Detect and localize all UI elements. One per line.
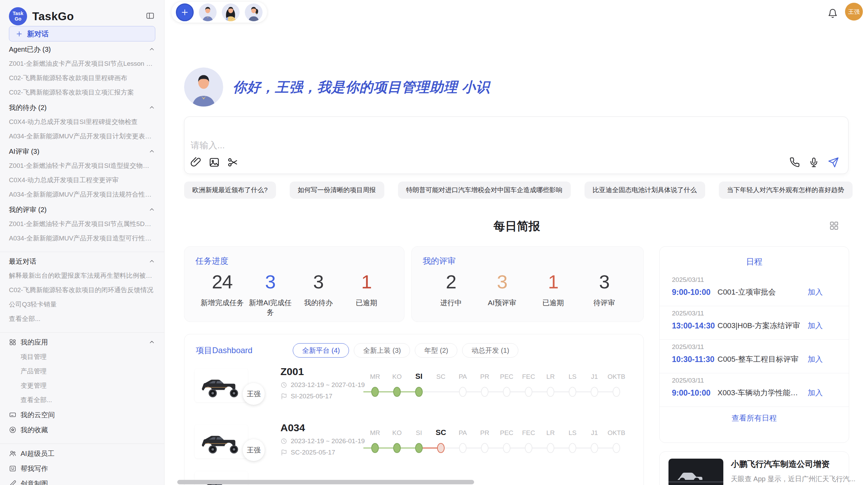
section-header[interactable]: 我的评审 (2): [9, 202, 155, 217]
horizontal-scrollbar-thumb[interactable]: [177, 480, 474, 484]
conversation-item[interactable]: Z001-全新燃油轻卡产品开发项目SI造型提交物评审: [9, 159, 155, 173]
metric-label: 已逾期: [342, 298, 390, 308]
event-time: 13:00-14:30: [672, 321, 718, 331]
dashboard-tabs: 全新平台 (4)全新上装 (3)年型 (2)动总开发 (1): [293, 343, 518, 358]
mic-icon[interactable]: [808, 157, 819, 168]
conversation-item[interactable]: 解释最新出台的欧盟报废车法规再生塑料比例被调至15%...: [9, 269, 155, 283]
project-row[interactable]: 王强A0342023-12-19 ~ 2026-01-19SC-2025-05-…: [184, 419, 643, 471]
new-chat-button[interactable]: 新对话: [9, 26, 155, 41]
clock-icon: [280, 438, 287, 445]
paperclip-icon[interactable]: [190, 157, 202, 168]
section-header[interactable]: Agent已办 (3): [9, 42, 155, 57]
sidebar-item-my-apps[interactable]: 我的应用: [9, 335, 155, 350]
event-date: 2025/03/11: [672, 343, 836, 351]
notification-bell-icon[interactable]: [828, 8, 838, 20]
event-name: C005-整车工程目标评审: [718, 354, 803, 364]
user-avatar[interactable]: 王强: [845, 3, 863, 21]
image-icon[interactable]: [208, 157, 220, 168]
conversation-item[interactable]: C0X4-动力总成开发项目工程变更评审: [9, 173, 155, 187]
news-content: 小鹏飞行汽车制造公司增资 天眼查 App 显示，近日广州汇天飞行汽...: [731, 459, 855, 485]
chevron-up-icon: [148, 148, 155, 155]
svg-text:LS: LS: [568, 373, 576, 380]
suggestion-chip[interactable]: 特朗普可能对进口汽车增税会对中国车企造成哪些影响: [398, 182, 571, 199]
metric: 2进行中: [425, 271, 477, 308]
session-avatar[interactable]: [222, 3, 240, 21]
svg-text:FEC: FEC: [522, 373, 535, 380]
greeting-block: 你好，王强，我是你的项目管理助理 小识: [184, 67, 490, 107]
schedule-card: 日程 2025/03/119:00-10:00C001-立项审批会加入2025/…: [659, 246, 849, 443]
view-all-schedule-link[interactable]: 查看所有日程: [660, 413, 849, 423]
dashboard-tab[interactable]: 全新上装 (3): [354, 343, 410, 358]
event-time: 9:00-10:00: [672, 388, 718, 398]
conversation-item[interactable]: C02-飞腾新能源轻客改款项目的闭环通告反馈情况: [9, 283, 155, 297]
phone-icon[interactable]: [789, 157, 800, 168]
flag-icon: [280, 449, 287, 456]
conversation-item[interactable]: C02-飞腾新能源轻客改款项目立项汇报方案: [9, 85, 155, 100]
conversation-item[interactable]: 公司Q3轻卡销量: [9, 297, 155, 312]
session-avatar[interactable]: [245, 3, 263, 21]
chevron-up-icon: [148, 258, 155, 265]
suggestion-chip[interactable]: 比亚迪全固态电池计划具体说了什么: [584, 182, 705, 199]
suggestion-chip[interactable]: 当下年轻人对汽车外观有怎样的喜好趋势: [719, 182, 853, 199]
conversation-item[interactable]: Z001-全新燃油皮卡产品开发项目SI节点Lesson Learn报告: [9, 57, 155, 71]
app-item[interactable]: 变更管理: [9, 378, 155, 393]
view-all-link[interactable]: 查看全部...: [9, 393, 155, 407]
suggestion-chip[interactable]: 欧洲新规最近颁布了什么?: [184, 182, 276, 199]
metric-value: 2: [425, 271, 477, 293]
flag-icon: [280, 393, 287, 400]
app-item[interactable]: 项目管理: [9, 350, 155, 364]
sidebar-item-label: AI超级员工: [21, 449, 155, 458]
schedule-event: 2025/03/1110:30-11:30C005-整车工程目标评审加入: [660, 340, 849, 373]
conversation-item[interactable]: A034-全新新能源MUV产品开发项目计划变更表编写: [9, 129, 155, 144]
plus-icon: [15, 30, 23, 38]
input-actions: [789, 157, 839, 168]
sidebar-item-pen[interactable]: 创意制图: [9, 476, 155, 485]
schedule-list: 2025/03/119:00-10:00C001-立项审批会加入2025/03/…: [660, 273, 849, 407]
section-header[interactable]: 我的待办 (2): [9, 100, 155, 115]
schedule-event: 2025/03/119:00-10:00C001-立项审批会加入: [660, 273, 849, 306]
session-avatar[interactable]: [199, 3, 217, 21]
conversation-item[interactable]: C0X4-动力总成开发项目SI里程碑提交物检查: [9, 115, 155, 129]
dashboard-tab[interactable]: 年型 (2): [415, 343, 457, 358]
dashboard-tab[interactable]: 全新平台 (4): [293, 343, 349, 358]
view-all-link[interactable]: 查看全部...: [9, 312, 155, 326]
sidebar-item-star-badge[interactable]: 我的收藏: [9, 422, 155, 437]
assistant-avatar: [184, 67, 223, 107]
join-link[interactable]: 加入: [808, 354, 823, 364]
send-icon[interactable]: [828, 157, 839, 168]
event-row: 13:00-14:30C003|H0B-方案冻结评审加入: [672, 321, 836, 331]
chevron-up-icon: [148, 46, 155, 53]
scissors-icon[interactable]: [227, 157, 239, 168]
project-owner-badge: 王强: [243, 439, 265, 461]
svg-text:J1: J1: [591, 429, 598, 436]
metric-value: 1: [342, 271, 390, 293]
join-link[interactable]: 加入: [808, 321, 823, 331]
suggestion-chip[interactable]: 如何写一份清晰的项目周报: [290, 182, 384, 199]
news-card[interactable]: 小鹏飞行汽车制造公司增资 天眼查 App 显示，近日广州汇天飞行汽...: [659, 451, 849, 485]
add-session-button[interactable]: [176, 3, 194, 21]
input-attachments: [190, 157, 239, 168]
conversation-item[interactable]: A034-全新新能源MUV产品开发项目法规符合性评审: [9, 187, 155, 202]
sidebar-item-write[interactable]: 帮我写作: [9, 461, 155, 476]
section-header-recent[interactable]: 最近对话: [9, 254, 155, 269]
sidebar-item-cloud-space[interactable]: 我的云空间: [9, 407, 155, 422]
svg-text:SC: SC: [436, 428, 446, 437]
join-link[interactable]: 加入: [808, 388, 823, 398]
svg-text:SC: SC: [436, 373, 445, 380]
conversation-item[interactable]: Z001-全新燃油轻卡产品开发项目SI节点属性5D文件评审: [9, 217, 155, 231]
join-link[interactable]: 加入: [808, 287, 823, 297]
project-row[interactable]: 王强Z0012023-12-19 ~ 2027-01-19SI-2025-05-…: [184, 363, 643, 414]
section-header[interactable]: AI评审 (3): [9, 144, 155, 159]
dashboard-tab[interactable]: 动总开发 (1): [462, 343, 518, 358]
sidebar-item-people[interactable]: AI超级员工: [9, 446, 155, 461]
chat-input[interactable]: 请输入...: [184, 116, 848, 174]
star-badge-icon: [9, 426, 16, 434]
sidebar-body: Agent已办 (3)Z001-全新燃油皮卡产品开发项目SI节点Lesson L…: [9, 42, 155, 485]
sidebar-collapse-icon[interactable]: [146, 11, 155, 22]
svg-text:PR: PR: [480, 373, 489, 380]
conversation-item[interactable]: C02-飞腾新能源轻客改款项目里程碑画布: [9, 71, 155, 85]
conversation-item[interactable]: A034-全新新能源MUV产品开发项目造型可行性评审: [9, 231, 155, 246]
layout-grid-icon[interactable]: [829, 221, 839, 232]
metric: 3AI预评审: [477, 271, 528, 308]
app-item[interactable]: 产品管理: [9, 364, 155, 378]
